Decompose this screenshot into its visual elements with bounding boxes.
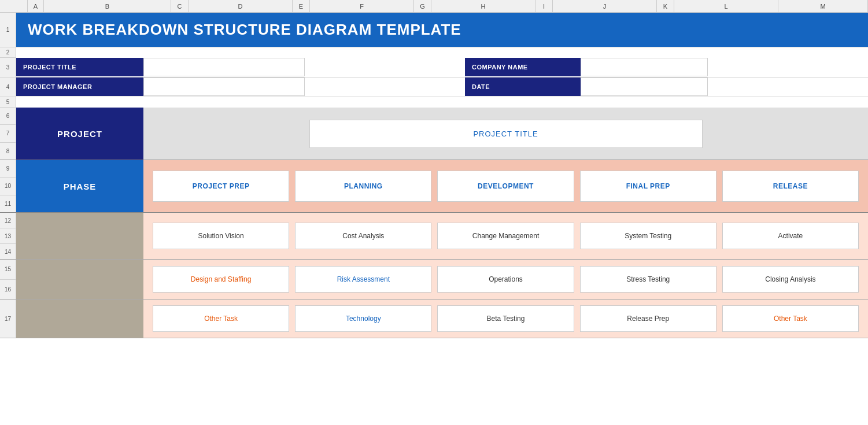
task-box-1-3[interactable]: System Testing [580,223,716,249]
company-name-label: COMPANY NAME [465,58,581,76]
info-spacer-1 [305,58,465,76]
col-header-l: L [674,0,778,12]
phase-box-3[interactable]: FINAL PREP [580,171,716,202]
row-nums-17: 17 [0,300,16,338]
col-header-f: F [310,0,414,12]
column-headers: A B C D E F G H I J K L M [0,0,868,13]
col-header-m: M [778,0,868,12]
spreadsheet: A B C D E F G H I J K L M 1 WORK BREAKDO… [0,0,868,338]
info-rest-2 [708,77,868,96]
info-row-3: PROJECT TITLE COMPANY NAME [16,58,868,76]
row-nums-9-11: 9 10 11 [0,160,16,212]
row-num-7: 7 [0,125,16,142]
row-num-15: 15 [0,260,16,280]
project-title-box[interactable]: PROJECT TITLE [309,120,703,148]
task-box-1-0[interactable]: Solution Vision [153,223,289,249]
row-6-8: 6 7 8 PROJECT PROJECT TITLE [0,108,868,160]
row-3: 3 PROJECT TITLE COMPANY NAME [0,58,868,77]
date-input[interactable] [581,77,708,96]
project-title-label: PROJECT TITLE [16,58,143,76]
title-cell: WORK BREAKDOWN STRUCTURE DIAGRAM TEMPLAT… [16,13,868,47]
row-num-14: 14 [0,244,16,259]
phase-box-0[interactable]: PROJECT PREP [153,171,289,202]
row-17: 17 Other Task Technology Beta Testing Re… [0,300,868,338]
task-box-3-1[interactable]: Technology [295,305,431,332]
row-nums-15-16: 15 16 [0,260,16,299]
phase-content: PROJECT PREP PLANNING DEVELOPMENT FINAL … [143,160,868,212]
task-content-2: Design and Staffing Risk Assessment Oper… [143,260,868,299]
project-content: PROJECT TITLE [143,108,868,160]
row-9-11: 9 10 11 PHASE PROJECT PREP PLANNING DEVE… [0,160,868,213]
col-header-b: B [44,0,171,12]
task-box-3-0[interactable]: Other Task [153,305,289,332]
info-rest-1 [708,58,868,76]
task-label-2 [16,260,143,299]
row-num-9: 9 [0,160,16,178]
project-manager-label: PROJECT MANAGER [16,77,143,96]
task-row-1: Solution Vision Cost Analysis Change Man… [143,213,868,259]
col-header-d: D [189,0,293,12]
row-nums-12-14: 12 13 14 [0,213,16,259]
row-num-5: 5 [0,97,16,107]
phase-box-2[interactable]: DEVELOPMENT [437,171,574,202]
task-row-2: Design and Staffing Risk Assessment Oper… [143,260,868,299]
project-manager-input[interactable] [143,77,305,96]
row-4: 4 PROJECT MANAGER DATE [0,77,868,97]
task-box-1-4[interactable]: Activate [722,223,859,249]
task-box-2-0[interactable]: Design and Staffing [153,266,289,293]
task-box-1-2[interactable]: Change Management [437,223,574,249]
task-label-3 [16,300,143,338]
row-2: 2 [0,47,868,58]
task-section-1: Solution Vision Cost Analysis Change Man… [16,213,868,259]
row-num-3: 3 [0,58,16,77]
task-box-2-4[interactable]: Closing Analysis [722,266,859,293]
row-num-2: 2 [0,47,16,57]
task-label-1 [16,213,143,259]
row-num-10: 10 [0,178,16,195]
project-section: PROJECT PROJECT TITLE [16,108,868,160]
col-header-j: J [553,0,657,12]
row-5: 5 [0,97,868,108]
phase-box-1[interactable]: PLANNING [295,171,431,202]
row-num-11: 11 [0,195,16,212]
empty-row-5 [16,97,868,108]
row-num-17: 17 [0,300,16,338]
col-header-i: I [535,0,553,12]
project-title-input[interactable] [143,58,305,76]
corner-cell [0,0,28,12]
phase-label: PHASE [16,160,143,212]
company-name-input[interactable] [581,58,708,76]
task-box-2-3[interactable]: Stress Testing [580,266,716,293]
col-header-g: G [414,0,431,12]
task-box-3-2[interactable]: Beta Testing [437,305,574,332]
project-title-row: PROJECT TITLE [143,108,868,160]
project-label: PROJECT [16,108,143,160]
row-15-16: 15 16 Design and Staffing Risk Assessmen… [0,260,868,300]
col-header-e: E [293,0,310,12]
phase-box-4[interactable]: RELEASE [722,171,859,202]
col-header-c: C [171,0,189,12]
row-num-1: 1 [0,13,16,47]
task-box-2-2[interactable]: Operations [437,266,574,293]
phase-section: PHASE PROJECT PREP PLANNING DEVELOPMENT … [16,160,868,212]
row-12-14: 12 13 14 Solution Vision Cost Analysis C… [0,213,868,260]
task-section-2: Design and Staffing Risk Assessment Oper… [16,260,868,299]
task-box-3-3[interactable]: Release Prep [580,305,716,332]
col-header-k: K [657,0,674,12]
task-row-3: Other Task Technology Beta Testing Relea… [143,300,868,338]
task-box-3-4[interactable]: Other Task [722,305,859,332]
row-num-16: 16 [0,280,16,300]
date-label: DATE [465,77,581,96]
row-num-13: 13 [0,228,16,244]
row-num-12: 12 [0,213,16,228]
phase-row: PROJECT PREP PLANNING DEVELOPMENT FINAL … [143,160,868,212]
info-row-4: PROJECT MANAGER DATE [16,77,868,96]
row-num-6: 6 [0,108,16,125]
task-box-2-1[interactable]: Risk Assessment [295,266,431,293]
task-content-1: Solution Vision Cost Analysis Change Man… [143,213,868,259]
main-title: WORK BREAKDOWN STRUCTURE DIAGRAM TEMPLAT… [28,21,461,38]
row-num-8: 8 [0,143,16,160]
task-box-1-1[interactable]: Cost Analysis [295,223,431,249]
info-spacer-2 [305,77,465,96]
task-section-3: Other Task Technology Beta Testing Relea… [16,300,868,338]
